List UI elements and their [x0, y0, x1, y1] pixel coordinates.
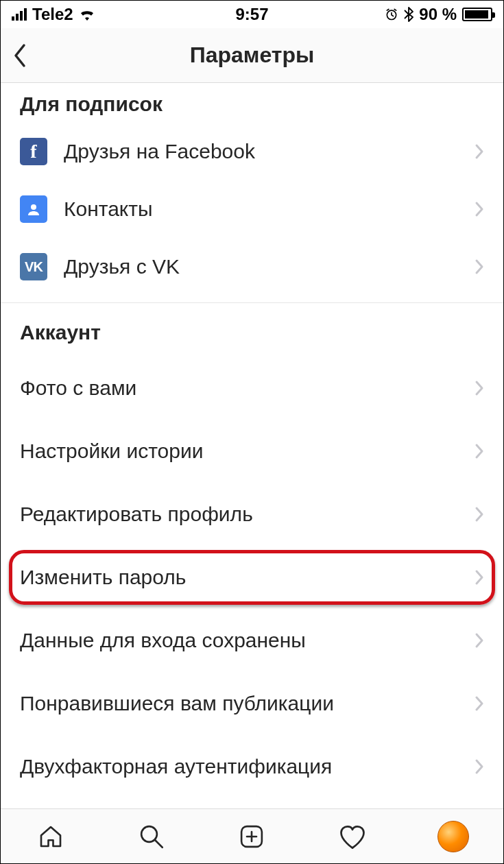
- chevron-right-icon: [475, 632, 484, 649]
- row-label: Фото с вами: [20, 376, 136, 400]
- tab-new-post[interactable]: [232, 817, 271, 856]
- chevron-right-icon: [475, 143, 484, 160]
- tab-activity[interactable]: [333, 817, 372, 856]
- settings-list: Для подписок f Друзья на Facebook Контак…: [1, 83, 503, 798]
- section-follow: Для подписок f Друзья на Facebook Контак…: [1, 83, 503, 303]
- tab-home[interactable]: [32, 817, 70, 856]
- chevron-right-icon: [475, 380, 484, 396]
- row-label: Друзья с VK: [64, 255, 180, 278]
- section-follow-header: Для подписок: [1, 83, 503, 123]
- highlight-change-password: Изменить пароль: [9, 546, 495, 609]
- avatar-icon: [437, 821, 469, 852]
- row-label: Изменить пароль: [20, 566, 186, 589]
- row-edit-profile[interactable]: Редактировать профиль: [1, 483, 503, 546]
- row-facebook-friends[interactable]: f Друзья на Facebook: [1, 123, 503, 180]
- back-button[interactable]: [12, 28, 27, 82]
- row-label: Понравившиеся вам публикации: [20, 692, 334, 715]
- battery-percent: 90 %: [419, 5, 457, 24]
- svg-line-3: [155, 840, 163, 848]
- row-label: Друзья на Facebook: [64, 140, 255, 163]
- section-account-header: Аккаунт: [1, 303, 503, 357]
- row-label: Редактировать профиль: [20, 503, 253, 526]
- battery-icon: [462, 8, 492, 21]
- chevron-right-icon: [475, 443, 484, 459]
- search-icon: [137, 822, 166, 851]
- tab-bar: [1, 808, 503, 863]
- row-label: Настройки истории: [20, 440, 203, 463]
- nav-header: Параметры: [1, 28, 503, 83]
- tab-profile[interactable]: [434, 817, 472, 856]
- row-two-factor[interactable]: Двухфакторная аутентификация: [1, 735, 503, 798]
- chevron-right-icon: [475, 506, 484, 523]
- home-icon: [36, 822, 65, 851]
- row-label: Контакты: [64, 197, 153, 221]
- row-change-password[interactable]: Изменить пароль: [9, 546, 495, 609]
- svg-point-1: [31, 204, 36, 210]
- row-story-settings[interactable]: Настройки истории: [1, 420, 503, 483]
- row-saved-login[interactable]: Данные для входа сохранены: [1, 609, 503, 672]
- chevron-right-icon: [475, 569, 484, 586]
- facebook-icon: f: [20, 138, 47, 165]
- row-contacts[interactable]: Контакты: [1, 180, 503, 238]
- chevron-right-icon: [475, 758, 484, 775]
- alarm-icon: [385, 8, 398, 21]
- carrier-label: Tele2: [32, 5, 73, 24]
- vk-icon: VK: [20, 253, 47, 280]
- bluetooth-icon: [404, 7, 413, 22]
- page-title: Параметры: [190, 43, 315, 68]
- signal-strength-icon: [12, 8, 27, 21]
- chevron-right-icon: [475, 201, 484, 217]
- plus-box-icon: [237, 822, 266, 851]
- row-liked-posts[interactable]: Понравившиеся вам публикации: [1, 672, 503, 735]
- row-label: Двухфакторная аутентификация: [20, 755, 332, 778]
- status-bar: Tele2 9:57 90 %: [1, 1, 503, 28]
- row-label: Данные для входа сохранены: [20, 629, 306, 652]
- row-photos-of-you[interactable]: Фото с вами: [1, 357, 503, 420]
- chevron-right-icon: [475, 259, 484, 275]
- chevron-right-icon: [475, 695, 484, 712]
- heart-icon: [337, 822, 368, 851]
- wifi-icon: [79, 8, 95, 21]
- contacts-icon: [20, 195, 47, 223]
- row-vk-friends[interactable]: VK Друзья с VK: [1, 238, 503, 296]
- tab-search[interactable]: [132, 817, 171, 856]
- section-account: Аккаунт Фото с вами Настройки истории Ре…: [1, 303, 503, 798]
